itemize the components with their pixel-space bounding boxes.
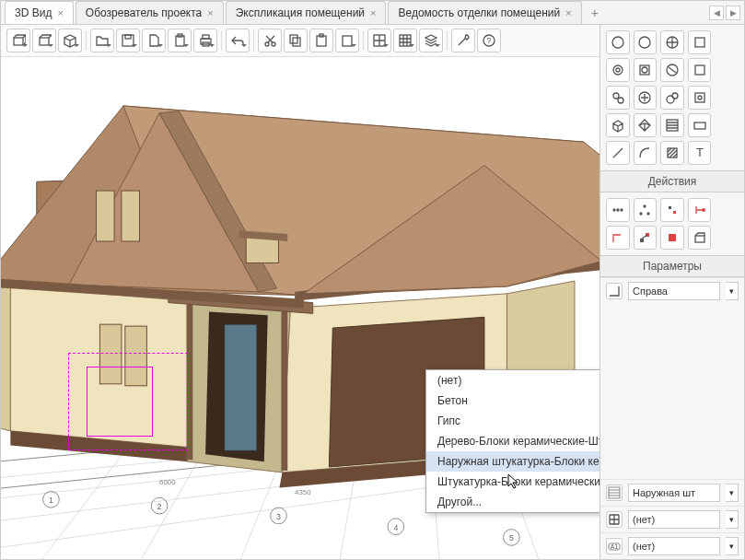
param-grid: (нет) ▾ <box>600 506 744 532</box>
svg-rect-17 <box>400 35 411 46</box>
act-1[interactable] <box>606 198 630 222</box>
tb-grid2[interactable] <box>393 29 417 52</box>
ctx-item-exterior-plaster[interactable]: Наружная штукатурка-Блоки керамические-Ш… <box>426 451 599 472</box>
svg-text:3: 3 <box>276 512 281 521</box>
svg-point-98 <box>702 208 705 212</box>
svg-rect-3 <box>125 35 131 39</box>
tool-slab[interactable] <box>688 113 712 137</box>
close-icon[interactable]: × <box>565 7 571 18</box>
tb-paste[interactable] <box>309 29 333 52</box>
mouse-cursor-icon <box>507 473 599 559</box>
tool-mat-11[interactable] <box>660 86 684 110</box>
tool-mat-7[interactable] <box>660 58 684 82</box>
tb-new-doc[interactable] <box>142 29 166 52</box>
ctx-item-gypsum[interactable]: Гипс <box>426 411 599 431</box>
viewport-3d[interactable]: 1 2 3 4 5 6000 4350 <box>1 57 599 559</box>
close-icon[interactable]: × <box>57 7 63 18</box>
tab-bar: 3D Вид× Обозреватель проекта× Экспликаци… <box>1 1 744 25</box>
svg-point-83 <box>672 93 678 99</box>
tab-scroll: ◀ ▶ <box>709 6 744 20</box>
tool-mat-6[interactable] <box>634 58 658 82</box>
act-3[interactable] <box>660 198 684 222</box>
tb-cube[interactable] <box>32 29 56 52</box>
tab-add-button[interactable]: + <box>584 6 606 20</box>
tool-mat-8[interactable] <box>688 58 712 82</box>
tb-paste2[interactable] <box>335 29 359 52</box>
tool-hatch[interactable] <box>660 141 684 165</box>
svg-rect-4 <box>176 36 184 46</box>
tool-mat-12[interactable] <box>688 86 712 110</box>
tool-arc[interactable] <box>634 141 658 165</box>
act-2[interactable] <box>634 198 658 222</box>
tb-grid1[interactable] <box>367 29 391 52</box>
tb-cube2[interactable] <box>58 29 82 52</box>
svg-point-95 <box>647 213 649 215</box>
tb-undo[interactable] <box>226 29 250 52</box>
section-params-header: Параметры <box>600 255 744 277</box>
svg-point-70 <box>639 37 650 48</box>
tool-mat-4[interactable] <box>688 30 712 54</box>
svg-rect-101 <box>669 234 676 241</box>
act-7[interactable] <box>660 226 684 250</box>
tab-scroll-right[interactable]: ▶ <box>726 6 740 20</box>
tab-room-finishing[interactable]: Ведомость отделки помещений× <box>388 1 581 24</box>
tool-cube[interactable] <box>606 113 630 137</box>
tb-layers[interactable] <box>419 29 443 52</box>
ctx-item-none[interactable]: (нет) <box>426 370 599 391</box>
close-icon[interactable]: × <box>207 7 213 18</box>
param-tag-select[interactable]: (нет) <box>628 537 720 555</box>
param-tag: A1 (нет) ▾ <box>600 532 744 559</box>
tb-wrench[interactable] <box>451 29 475 52</box>
tool-palette: T <box>600 25 744 170</box>
param-material-select[interactable]: Наружная шт <box>628 484 720 502</box>
tb-clipboard[interactable] <box>168 29 192 52</box>
close-icon[interactable]: × <box>370 7 376 18</box>
act-4[interactable] <box>688 198 712 222</box>
ctx-item-wood-blocks[interactable]: Дерево-Блоки керамические-Штукатурка <box>426 431 599 451</box>
act-8[interactable] <box>688 226 712 250</box>
orientation-icon <box>606 283 623 299</box>
tool-mat-3[interactable] <box>660 30 684 54</box>
tool-mat-9[interactable] <box>606 86 630 110</box>
tb-save[interactable] <box>116 29 140 52</box>
svg-text:2: 2 <box>157 502 162 511</box>
svg-point-74 <box>616 68 620 72</box>
tb-copy[interactable] <box>284 29 308 52</box>
param-top-select[interactable]: Справа <box>628 282 720 300</box>
tool-mat-10[interactable] <box>634 86 658 110</box>
tab-project-browser[interactable]: Обозреватель проекта× <box>76 1 224 24</box>
tab-label: Экспликация помещений <box>236 6 365 19</box>
svg-point-79 <box>613 93 619 99</box>
svg-point-92 <box>621 209 623 211</box>
dropdown-icon[interactable]: ▾ <box>726 510 739 529</box>
tab-scroll-left[interactable]: ◀ <box>709 6 724 20</box>
tab-3d-view[interactable]: 3D Вид× <box>5 1 74 24</box>
tb-cut[interactable] <box>258 29 282 52</box>
dropdown-icon[interactable]: ▾ <box>726 537 739 555</box>
ctx-item-concrete[interactable]: Бетон <box>426 391 599 411</box>
tool-mat-2[interactable] <box>634 30 658 54</box>
act-6[interactable] <box>634 226 658 250</box>
tool-text[interactable]: T <box>688 141 712 165</box>
tab-room-explication[interactable]: Экспликация помещений× <box>226 1 387 24</box>
dropdown-icon[interactable]: ▾ <box>726 282 739 300</box>
svg-point-10 <box>272 42 275 46</box>
act-5[interactable] <box>606 226 630 250</box>
tb-open[interactable] <box>90 29 114 52</box>
dropdown-icon[interactable]: ▾ <box>726 484 739 502</box>
svg-rect-12 <box>293 38 300 46</box>
tag-icon: A1 <box>606 538 623 554</box>
tool-octa[interactable] <box>634 113 658 137</box>
tb-print[interactable] <box>193 29 217 52</box>
tb-new-3d[interactable] <box>6 29 30 52</box>
tool-line[interactable] <box>606 141 630 165</box>
grid-icon <box>606 511 623 528</box>
tb-help[interactable]: ? <box>477 29 501 52</box>
tool-stairs[interactable] <box>660 113 684 137</box>
tool-mat-1[interactable] <box>606 30 630 54</box>
param-grid-select[interactable]: (нет) <box>628 510 720 529</box>
tool-mat-5[interactable] <box>606 58 630 82</box>
svg-rect-96 <box>669 206 671 209</box>
svg-rect-13 <box>317 36 326 46</box>
tab-label: 3D Вид <box>15 6 52 19</box>
